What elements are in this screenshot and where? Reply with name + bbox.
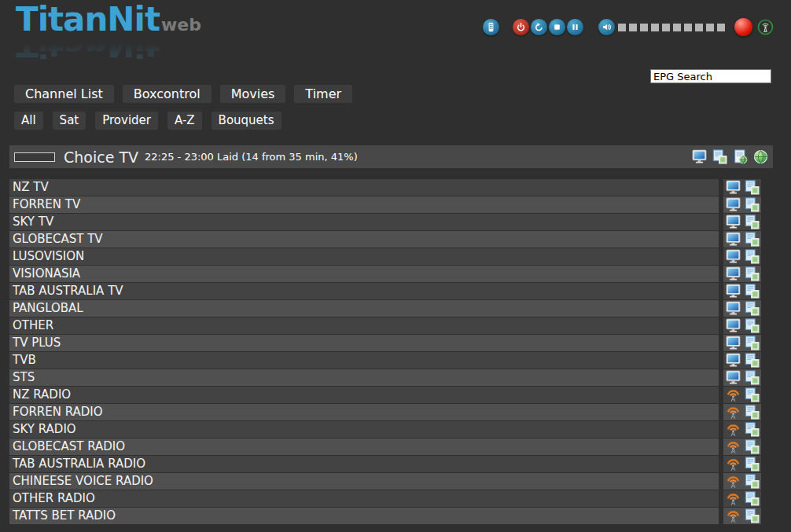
channel-row-actions — [723, 421, 761, 438]
volume-segment[interactable] — [629, 24, 637, 31]
tv-zap-icon[interactable] — [726, 266, 741, 281]
record-indicator[interactable] — [734, 18, 752, 36]
stream-icon[interactable] — [745, 387, 760, 402]
channel-name[interactable]: TAB AUSTRALIA RADIO — [9, 456, 719, 472]
stream-icon[interactable] — [745, 457, 760, 471]
stream-icon[interactable] — [745, 180, 760, 195]
tv-zap-icon[interactable] — [726, 197, 741, 212]
channel-name[interactable]: TV PLUS — [9, 335, 719, 351]
stream-icon[interactable] — [745, 422, 760, 437]
channel-name[interactable]: NZ RADIO — [9, 387, 719, 403]
filter-sat[interactable]: Sat — [53, 112, 86, 130]
stream-icon[interactable] — [745, 232, 760, 247]
tv-zap-icon[interactable] — [726, 353, 741, 368]
stop-icon[interactable] — [549, 19, 565, 35]
tv-zap-icon[interactable] — [726, 336, 741, 350]
channel-row-actions — [723, 335, 761, 351]
radio-zap-icon[interactable] — [726, 439, 741, 454]
radio-zap-icon[interactable] — [726, 491, 741, 506]
channel-name[interactable]: CHINEESE VOICE RADIO — [9, 473, 719, 490]
tab-movies[interactable]: Movies — [220, 85, 286, 103]
speaker-icon[interactable] — [598, 19, 615, 35]
tv-zap-icon[interactable] — [692, 149, 707, 164]
volume-segment[interactable] — [640, 24, 648, 31]
channel-name[interactable]: FORREN TV — [9, 196, 719, 213]
stream-icon[interactable] — [745, 197, 760, 212]
tv-zap-icon[interactable] — [726, 232, 741, 247]
tv-zap-icon[interactable] — [726, 284, 741, 299]
channel-name[interactable]: NZ TV — [9, 179, 719, 196]
stream-icon[interactable] — [745, 508, 760, 523]
stream-icon[interactable] — [745, 370, 760, 385]
filter-az[interactable]: A-Z — [167, 112, 202, 130]
channel-row-actions — [723, 248, 761, 265]
volume-segment[interactable] — [695, 24, 703, 31]
radio-zap-icon[interactable] — [726, 387, 741, 402]
filter-bouquets[interactable]: Bouquets — [212, 112, 281, 130]
reboot-icon[interactable] — [531, 19, 547, 35]
channel-name[interactable]: OTHER — [9, 317, 719, 334]
stream-icon[interactable] — [712, 149, 727, 164]
filter-provider[interactable]: Provider — [95, 112, 158, 130]
stream-icon[interactable] — [745, 215, 760, 229]
radio-zap-icon[interactable] — [726, 474, 741, 489]
channel-name[interactable]: TATTS BET RADIO — [9, 508, 719, 524]
channel-list: NZ TV FORREN TV SK — [9, 179, 761, 525]
channel-row: PANGLOBAL — [9, 300, 761, 317]
channel-row: FORREN TV — [9, 196, 761, 213]
channel-name[interactable]: TVB — [9, 352, 719, 369]
radio-zap-icon[interactable] — [726, 405, 741, 420]
stream-icon[interactable] — [745, 474, 760, 489]
stream-icon[interactable] — [745, 266, 760, 281]
channel-name[interactable]: VISIONASIA — [9, 266, 719, 282]
volume-segment[interactable] — [618, 24, 626, 31]
volume-segment[interactable] — [662, 24, 670, 31]
stream-icon[interactable] — [745, 491, 760, 506]
stream-icon[interactable] — [745, 336, 760, 350]
epg-search-input[interactable] — [650, 69, 771, 83]
volume-segment[interactable] — [684, 24, 692, 31]
tv-zap-icon[interactable] — [726, 370, 741, 385]
tab-channel-list[interactable]: Channel List — [14, 85, 114, 103]
channel-name[interactable]: PANGLOBAL — [9, 300, 719, 317]
volume-segment[interactable] — [706, 24, 714, 31]
channel-name[interactable]: LUSOVISION — [9, 248, 719, 265]
channel-name[interactable]: GLOBECAST TV — [9, 231, 719, 248]
channel-row-actions — [723, 266, 761, 282]
stream-icon[interactable] — [745, 439, 760, 454]
channel-name[interactable]: SKY TV — [9, 214, 719, 230]
tv-zap-icon[interactable] — [726, 318, 741, 333]
signal-icon[interactable] — [757, 19, 774, 35]
tab-boxcontrol[interactable]: Boxcontrol — [123, 85, 212, 103]
volume-segment[interactable] — [673, 24, 681, 31]
volume-segment[interactable] — [651, 24, 659, 31]
stream-icon[interactable] — [745, 249, 760, 264]
channel-name[interactable]: SKY RADIO — [9, 421, 719, 438]
tv-zap-icon[interactable] — [726, 301, 741, 316]
channel-name[interactable]: GLOBECAST RADIO — [9, 438, 719, 455]
now-playing-actions — [692, 149, 768, 164]
channel-name[interactable]: FORREN RADIO — [9, 404, 719, 420]
filter-all[interactable]: All — [14, 112, 43, 130]
stream-icon[interactable] — [745, 284, 760, 299]
stream-icon[interactable] — [745, 353, 760, 368]
channel-name[interactable]: STS — [9, 369, 719, 386]
epg-icon[interactable] — [733, 149, 748, 164]
channel-name[interactable]: OTHER RADIO — [9, 490, 719, 507]
tab-timer[interactable]: Timer — [294, 85, 352, 103]
remote-icon[interactable] — [483, 19, 499, 35]
stream-icon[interactable] — [745, 318, 760, 333]
radio-zap-icon[interactable] — [726, 422, 741, 437]
tv-zap-icon[interactable] — [726, 249, 741, 264]
channel-name[interactable]: TAB AUSTRALIA TV — [9, 283, 719, 299]
radio-zap-icon[interactable] — [726, 457, 741, 471]
tv-zap-icon[interactable] — [726, 180, 741, 195]
stream-icon[interactable] — [745, 405, 760, 420]
stream-icon[interactable] — [745, 301, 760, 316]
tv-zap-icon[interactable] — [726, 215, 741, 229]
web-icon[interactable] — [753, 149, 768, 164]
pause-icon[interactable] — [567, 19, 583, 35]
power-icon[interactable] — [513, 19, 529, 35]
radio-zap-icon[interactable] — [726, 508, 741, 523]
volume-segment[interactable] — [717, 24, 725, 31]
